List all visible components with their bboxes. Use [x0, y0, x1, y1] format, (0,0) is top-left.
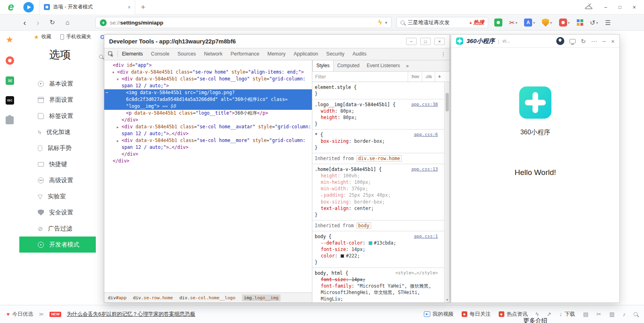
dom-node[interactable]: <p data-v-584e45b1 class="logo__title">3… — [104, 110, 312, 117]
css-property[interactable]: --default-color: #13cbda; — [315, 240, 443, 246]
refresh-icon[interactable]: ↻ — [581, 38, 586, 44]
sidebar-item-界面设置[interactable]: 界面设置 — [19, 92, 96, 108]
site-badge-icon[interactable]: + — [100, 19, 107, 26]
isc-app-icon[interactable]: ISC — [6, 96, 16, 105]
css-property[interactable]: color: #222; — [315, 253, 443, 259]
dom-node[interactable]: "logo__img"> == $0 — [104, 103, 312, 110]
devtools-tab-security[interactable]: Security — [322, 48, 349, 60]
miniapp-minimize-icon[interactable]: − — [602, 38, 606, 44]
breadcrumb-item[interactable]: div.se-col.home__logo — [180, 295, 235, 300]
css-property[interactable]: box-sizing: border-box; — [315, 138, 443, 144]
bookmark-phone-folder[interactable]: 手机收藏夹 — [60, 33, 92, 40]
expand-arrow-icon[interactable]: ▶ — [117, 124, 119, 131]
css-property[interactable]: font-size: 14px; — [315, 246, 443, 253]
security-shield-icon[interactable]: ▾ — [542, 19, 552, 27]
inherited-ref-link[interactable]: body — [357, 222, 371, 229]
mail-app-icon[interactable]: ✉ — [6, 76, 16, 85]
stylesheet-link[interactable]: app.css:6 — [414, 132, 438, 138]
translate-extension-icon[interactable]: A▾ — [524, 19, 535, 27]
new-tab-button[interactable]: + — [141, 3, 145, 12]
window-close-icon[interactable]: × — [633, 4, 636, 10]
dom-node[interactable]: 6c8dc2f3d027ada9548d14a5a3266d0d" alt="3… — [104, 96, 312, 103]
breadcrumb-item[interactable]: img.logo__img — [242, 294, 281, 301]
breadcrumb-item[interactable]: div.se-row.home — [133, 295, 173, 300]
devtools-titlebar[interactable]: Developer Tools - app://qh13waury22p7m8b… — [104, 35, 450, 48]
devtools-more-icon[interactable]: ⋮ — [437, 51, 450, 57]
monitor-icon[interactable] — [570, 39, 576, 43]
sidebar-item-标签设置[interactable]: 标签设置 — [19, 108, 96, 124]
styles-tab-event-listeners[interactable]: Event Listeners — [363, 60, 404, 71]
css-property[interactable]: min-width: 376px; — [315, 185, 443, 192]
dom-node[interactable]: span 12 / auto;">…</div> — [104, 144, 312, 151]
dom-node[interactable]: ▶<div data-v-584e45b1 class="se-col home… — [104, 137, 312, 144]
css-property[interactable]: ▸margin: 0px; — [315, 302, 443, 302]
browser-logo-icon[interactable]: e — [5, 1, 17, 13]
inherited-ref-link[interactable]: div.se-row.home — [357, 155, 402, 162]
css-property[interactable]: box-sizing: border-box; — [315, 199, 443, 205]
refresh-button[interactable]: ↻ — [50, 19, 55, 26]
css-property[interactable]: height: 80px; — [315, 114, 443, 121]
sidebar-item-优化加速[interactable]: ϟ优化加速 — [19, 124, 96, 140]
devtools-tab-application[interactable]: Application — [289, 48, 322, 60]
dom-node[interactable]: </div> — [104, 117, 312, 123]
forward-button[interactable]: › — [37, 19, 39, 27]
inspect-element-icon[interactable] — [104, 51, 118, 57]
css-property[interactable]: font-family: "Microsoft YaHei", 微软雅黑, Mi… — [315, 283, 443, 302]
window-maximize-icon[interactable]: □ — [619, 4, 621, 10]
tabs-overflow-icon[interactable]: » — [404, 63, 411, 69]
window-minimize-icon[interactable]: − — [604, 4, 607, 10]
devtools-maximize-icon[interactable]: □ — [420, 38, 431, 45]
undo-icon[interactable]: ↺▾ — [590, 19, 598, 27]
css-selector[interactable]: element.style { — [315, 84, 443, 91]
page-search-icon[interactable] — [634, 311, 638, 318]
location-pin-icon[interactable] — [556, 37, 564, 45]
css-property[interactable]: ▸padding: 25px 25px 40px; — [315, 192, 443, 199]
styles-scrollbar[interactable]: ▾ — [444, 82, 450, 302]
dom-node[interactable]: </div> — [104, 151, 312, 158]
pinned-app-icon[interactable] — [23, 2, 34, 12]
devtools-tab-console[interactable]: Console — [147, 48, 173, 60]
red-app-icon[interactable] — [6, 56, 16, 65]
breadcrumb-item[interactable]: div#app — [108, 295, 126, 300]
css-property[interactable]: width: 80px; — [315, 108, 443, 114]
more-info-link[interactable]: 更多介绍 — [451, 317, 619, 323]
expand-arrow-icon[interactable]: ▼ — [112, 69, 114, 76]
dom-node[interactable]: ▼<div data-v-584e45b1 class="se-col home… — [104, 76, 312, 82]
search-box[interactable]: 三星堆遗址再次发 ▲热搜 — [396, 17, 488, 28]
pseudo-state-toggle[interactable]: :hov — [408, 72, 422, 82]
styles-tab-styles[interactable]: Styles — [312, 60, 334, 71]
extensions-puzzle-icon[interactable] — [6, 116, 16, 124]
devtools-tab-audits[interactable]: Audits — [349, 48, 371, 60]
devtools-close-icon[interactable]: × — [434, 38, 445, 45]
sidebar-item-广告过滤[interactable]: ⊘广告过滤 — [19, 220, 96, 237]
back-button[interactable]: ‹ — [23, 19, 26, 27]
green-extension-icon[interactable] — [494, 19, 502, 27]
sidebar-item-实验室[interactable]: ▽实验室 — [19, 188, 96, 204]
node-menu-icon[interactable]: ⋯ — [105, 89, 108, 96]
miniapp-close-icon[interactable]: × — [611, 38, 615, 44]
sidebar-item-开发者模式[interactable]: 开发者模式 — [19, 237, 96, 253]
dom-node[interactable]: ▶<div data-v-584e45b1 class="se-col home… — [104, 123, 312, 130]
clip-tool-icon[interactable]: ▾ — [559, 19, 570, 27]
styles-filter-input[interactable] — [315, 74, 408, 80]
theme-hanger-icon[interactable] — [585, 4, 592, 11]
element-class-toggle[interactable]: .cls — [422, 72, 435, 82]
css-property[interactable]: text-align: center; — [315, 205, 443, 212]
chevron-down-icon[interactable]: ▾ — [385, 20, 387, 25]
sidebar-item-快捷键[interactable]: 快捷键 — [19, 156, 96, 172]
dom-node[interactable]: ▼<div data-v-584e45b1 class="se-row home… — [104, 69, 312, 76]
headline-link[interactable]: 为什么会丢失6岁以前的记忆？心理学家的答案细思恐极 — [67, 311, 195, 318]
home-button[interactable]: ⌂ — [66, 19, 70, 26]
main-menu-icon[interactable]: ☰ — [605, 19, 611, 27]
hot-search-badge[interactable]: ▲热搜 — [469, 19, 484, 26]
my-videos-link[interactable]: ▶我的视频 — [424, 311, 454, 318]
devtools-minimize-icon[interactable]: − — [406, 38, 417, 45]
dom-node[interactable]: <div id="app"> — [104, 62, 312, 69]
tab-close-icon[interactable]: × — [128, 4, 131, 10]
devtools-tab-network[interactable]: Network — [200, 48, 227, 60]
collapse-icon[interactable]: ≫ — [39, 311, 44, 317]
speaker-icon[interactable]: ♪ — [623, 311, 625, 317]
scroll-down-icon[interactable]: ▾ — [445, 298, 450, 302]
devtools-tab-sources[interactable]: Sources — [173, 48, 200, 60]
stylesheet-link[interactable]: app.css:13 — [411, 166, 438, 173]
